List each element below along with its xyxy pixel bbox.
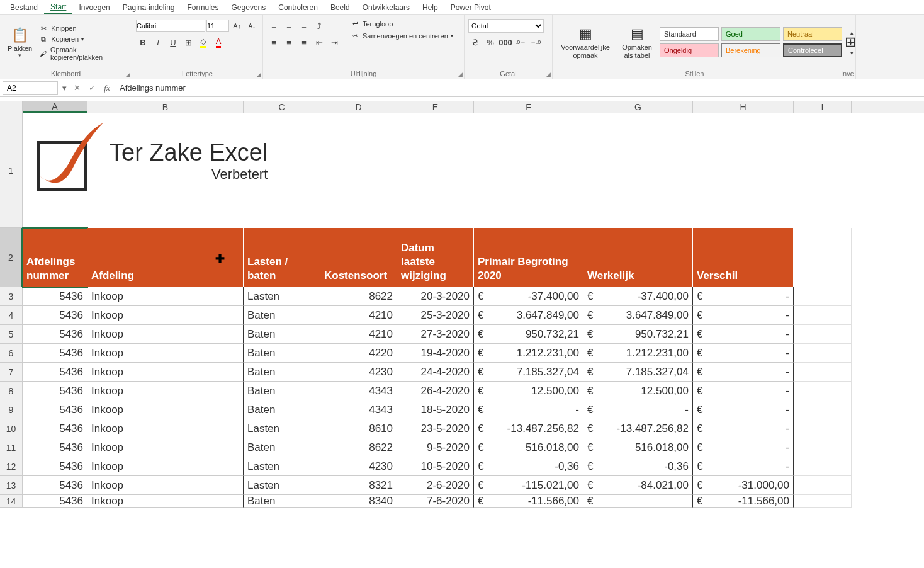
orientation-button[interactable]: ⤴ — [312, 19, 326, 33]
cell[interactable]: €7.185.327,04 — [474, 363, 583, 382]
insert-function-button[interactable]: fx — [99, 83, 115, 93]
cell[interactable]: Baten — [244, 306, 320, 325]
merge-center-button[interactable]: ⇿ Samenvoegen en centreren ▾ — [347, 31, 456, 40]
cell[interactable]: €- — [693, 457, 794, 476]
cell[interactable]: €950.732,21 — [474, 325, 583, 344]
cut-button[interactable]: ✂ Knippen — [36, 24, 128, 33]
increase-decimal-button[interactable]: .0→ — [514, 35, 527, 49]
percent-format-button[interactable]: % — [483, 35, 497, 49]
cell[interactable]: 5436 — [23, 363, 87, 382]
cell[interactable] — [794, 476, 852, 495]
cell[interactable]: Inkoop — [87, 400, 244, 419]
cell[interactable]: €- — [474, 400, 583, 419]
cell[interactable]: Inkoop — [87, 287, 244, 306]
cell[interactable]: €-11.566,00 — [693, 495, 794, 508]
cell[interactable]: 8610 — [320, 419, 397, 438]
cell[interactable]: 8321 — [320, 476, 397, 495]
cell[interactable]: €- — [693, 306, 794, 325]
cell-style-ongeldig[interactable]: Ongeldig — [660, 43, 719, 57]
cell[interactable]: €- — [693, 400, 794, 419]
cell[interactable]: €3.647.849,00 — [583, 306, 693, 325]
align-left-button[interactable]: ≡ — [267, 35, 281, 49]
cell[interactable]: Lasten — [244, 476, 320, 495]
font-size-select[interactable] — [206, 20, 229, 32]
dialog-launcher-icon[interactable]: ◢ — [458, 71, 463, 77]
cell-style-standaard[interactable]: Standaard — [660, 27, 719, 41]
cell[interactable]: 24-4-2020 — [397, 363, 474, 382]
cell[interactable]: 4230 — [320, 457, 397, 476]
cell[interactable]: €- — [693, 344, 794, 363]
fill-color-button[interactable]: ◇ — [196, 35, 210, 49]
cell[interactable]: 7-6-2020 — [397, 495, 474, 508]
align-center-button[interactable]: ≡ — [282, 35, 296, 49]
cell[interactable]: Inkoop — [87, 476, 244, 495]
cell[interactable]: €- — [693, 287, 794, 306]
cell[interactable] — [794, 495, 852, 508]
cell[interactable]: €-0,36 — [583, 457, 693, 476]
cell[interactable]: Inkoop — [87, 495, 244, 508]
menu-beeld[interactable]: Beeld — [324, 2, 356, 13]
menu-controleren[interactable]: Controleren — [272, 2, 324, 13]
header-cell[interactable]: Werkelijk — [583, 228, 693, 287]
cell[interactable]: €- — [693, 419, 794, 438]
row-header[interactable]: 5 — [0, 325, 23, 344]
cell[interactable]: 18-5-2020 — [397, 400, 474, 419]
cell[interactable]: €- — [693, 325, 794, 344]
cell[interactable]: €-0,36 — [474, 457, 583, 476]
cell[interactable]: 4210 — [320, 325, 397, 344]
cell[interactable]: €-84.021,00 — [583, 476, 693, 495]
font-name-select[interactable] — [136, 20, 205, 32]
row-header[interactable]: 3 — [0, 287, 23, 306]
cell[interactable] — [794, 438, 852, 457]
align-bottom-button[interactable]: ≡ — [297, 19, 311, 33]
cell[interactable]: €- — [693, 382, 794, 400]
cell[interactable]: €950.732,21 — [583, 325, 693, 344]
cell[interactable]: Baten — [244, 438, 320, 457]
border-button[interactable]: ⊞ — [181, 35, 195, 49]
align-middle-button[interactable]: ≡ — [282, 19, 296, 33]
cell[interactable]: €-37.400,00 — [474, 287, 583, 306]
name-box[interactable] — [3, 81, 58, 95]
cell[interactable]: 9-5-2020 — [397, 438, 474, 457]
cell[interactable] — [794, 306, 852, 325]
cell[interactable] — [794, 382, 852, 400]
increase-font-button[interactable]: A↑ — [230, 19, 244, 33]
header-cell[interactable]: Afdeling — [87, 228, 244, 287]
cell[interactable]: 5436 — [23, 476, 87, 495]
comma-format-button[interactable]: 000 — [499, 35, 512, 49]
cell[interactable]: €1.212.231,00 — [474, 344, 583, 363]
font-color-button[interactable]: A — [211, 35, 225, 49]
cell[interactable]: €- — [693, 438, 794, 457]
menu-bestand[interactable]: Bestand — [4, 2, 44, 13]
menu-formules[interactable]: Formules — [181, 2, 225, 13]
cell[interactable]: €-37.400,00 — [583, 287, 693, 306]
cell-style-goed[interactable]: Goed — [721, 27, 780, 41]
row-header[interactable]: 8 — [0, 382, 23, 400]
wrap-text-button[interactable]: ↩ Terugloop — [347, 19, 456, 28]
cell[interactable]: Lasten — [244, 457, 320, 476]
cell-style-neutraal[interactable]: Neutraal — [783, 27, 842, 41]
row-header[interactable]: 14 — [0, 495, 23, 508]
dialog-launcher-icon[interactable]: ◢ — [257, 71, 261, 77]
cell[interactable]: Lasten — [244, 287, 320, 306]
cell[interactable]: Baten — [244, 325, 320, 344]
dialog-launcher-icon[interactable]: ◢ — [546, 71, 551, 77]
cell[interactable]: €12.500,00 — [474, 382, 583, 400]
cell[interactable]: 4220 — [320, 344, 397, 363]
bold-button[interactable]: B — [136, 35, 150, 49]
row-header[interactable]: 4 — [0, 306, 23, 325]
menu-power pivot[interactable]: Power Pivot — [444, 2, 497, 13]
col-header-G[interactable]: G — [583, 101, 693, 113]
insert-cells-button[interactable]: ⊞ — [841, 16, 860, 69]
col-header-H[interactable]: H — [693, 101, 794, 113]
cell[interactable] — [794, 344, 852, 363]
dialog-launcher-icon[interactable]: ◢ — [126, 71, 130, 77]
col-header-C[interactable]: C — [244, 101, 320, 113]
cell[interactable] — [794, 400, 852, 419]
cell[interactable]: €3.647.849,00 — [474, 306, 583, 325]
row-header[interactable]: 10 — [0, 419, 23, 438]
cell[interactable]: 20-3-2020 — [397, 287, 474, 306]
align-top-button[interactable]: ≡ — [267, 19, 281, 33]
cell[interactable]: 5436 — [23, 306, 87, 325]
cell[interactable]: Baten — [244, 400, 320, 419]
